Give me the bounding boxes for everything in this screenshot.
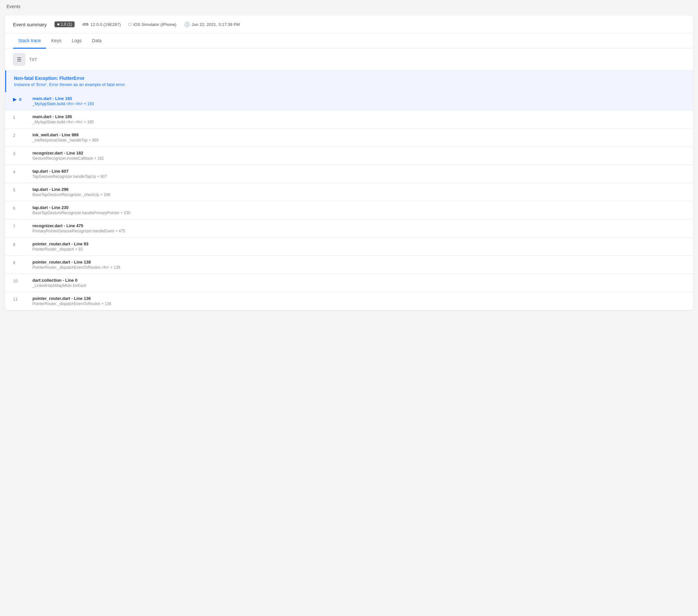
frame-content: recognizer.dart - Line 182GestureRecogni… [32, 151, 685, 161]
ios-label: iOS [82, 23, 88, 26]
frame-file: dart:collection - Line 0 [32, 278, 685, 283]
frame-number: 1 [13, 114, 32, 120]
stack-frame-row[interactable]: 5tap.dart - Line 296BaseTapGestureRecogn… [5, 183, 693, 201]
exception-description: Instance of 'Error'. Error thrown as an … [14, 82, 685, 87]
frame-file: recognizer.dart - Line 475 [32, 223, 685, 228]
device-icon: □ [128, 22, 131, 27]
frame-method: BaseTapGestureRecognizer._checkUp + 296 [32, 192, 685, 197]
frame-content: pointer_router.dart - Line 93PointerRout… [32, 242, 685, 251]
frame-file: tap.dart - Line 230 [32, 205, 685, 210]
frame-number: 3 [13, 151, 32, 156]
version-badge: ■ 1.0 (1) [55, 22, 74, 27]
stack-toolbar: ☰ TXT [5, 49, 693, 70]
frame-content: pointer_router.dart - Line 138PointerRou… [32, 260, 685, 270]
tab-logs[interactable]: Logs [67, 33, 87, 49]
frame-content: dart:collection - Line 0_LinkedHashMapMi… [32, 278, 685, 288]
stack-frame-row[interactable]: 2ink_well.dart - Line 989_InkResponseSta… [5, 128, 693, 147]
device-text: iOS Simulator (iPhone) [133, 22, 177, 27]
frame-number: 4 [13, 169, 32, 174]
frame-method: GestureRecognizer.invokeCallback + 182 [32, 156, 685, 161]
tab-data[interactable]: Data [87, 33, 107, 49]
frame-content: main.dart - Line 193_MyAppState.build.<f… [32, 96, 685, 106]
stack-frame-row[interactable]: 4tap.dart - Line 607TapGestureRecognizer… [5, 165, 693, 183]
stack-frame-row[interactable]: 1main.dart - Line 185_MyAppState.build.<… [5, 110, 693, 128]
frame-number: ▶0 [13, 96, 32, 102]
frame-number: 7 [13, 223, 32, 229]
frame-file: pointer_router.dart - Line 136 [32, 296, 685, 301]
tabs-bar: Stack trace Keys Logs Data [5, 33, 693, 49]
exception-banner: Non-fatal Exception: FlutterError Instan… [5, 70, 693, 92]
ios-version: 12.0.0 (19E287) [90, 22, 121, 27]
frame-content: tap.dart - Line 230BaseTapGestureRecogni… [32, 205, 685, 215]
list-view-button[interactable]: ☰ [13, 53, 25, 66]
stack-frame-row[interactable]: 3recognizer.dart - Line 182GestureRecogn… [5, 147, 693, 165]
frame-content: ink_well.dart - Line 989_InkResponseStat… [32, 133, 685, 142]
frame-method: _LinkedHashMapMixin.forEach [32, 283, 685, 288]
timestamp-meta: 🕐 Jun 22, 2021, 3:17:39 PM [184, 22, 240, 27]
frame-number: 8 [13, 242, 32, 247]
tab-keys[interactable]: Keys [46, 33, 67, 49]
frame-method: PointerRouter._dispatchEventToRoutes + 1… [32, 302, 685, 306]
frame-content: tap.dart - Line 296BaseTapGestureRecogni… [32, 187, 685, 197]
stack-frame-row[interactable]: 8pointer_router.dart - Line 93PointerRou… [5, 237, 693, 256]
frame-number: 5 [13, 187, 32, 192]
frame-content: tap.dart - Line 607TapGestureRecognizer.… [32, 169, 685, 179]
frame-file: ink_well.dart - Line 989 [32, 133, 685, 137]
frame-number: 6 [13, 205, 32, 211]
frame-file: main.dart - Line 193 [32, 96, 685, 101]
stack-frame-row[interactable]: 10dart:collection - Line 0_LinkedHashMap… [5, 274, 693, 292]
stack-frames-list: ▶0main.dart - Line 193_MyAppState.build.… [5, 92, 693, 310]
page-title: Events [0, 0, 698, 13]
ios-meta: iOS 12.0.0 (19E287) [82, 22, 121, 27]
stack-frame-row[interactable]: 6tap.dart - Line 230BaseTapGestureRecogn… [5, 201, 693, 219]
event-summary-label: Event summary [13, 22, 47, 27]
frame-content: recognizer.dart - Line 475PrimaryPointer… [32, 223, 685, 233]
frame-file: pointer_router.dart - Line 138 [32, 260, 685, 264]
frame-file: main.dart - Line 185 [32, 114, 685, 119]
timestamp-text: Jun 22, 2021, 3:17:39 PM [192, 22, 240, 27]
frame-method: PrimaryPointerGestureRecognizer.handleEv… [32, 229, 685, 233]
frame-method: BaseTapGestureRecognizer.handlePrimaryPo… [32, 211, 685, 215]
event-summary-bar: Event summary ■ 1.0 (1) iOS 12.0.0 (19E2… [5, 16, 693, 33]
exception-title: Non-fatal Exception: FlutterError [14, 76, 685, 81]
txt-button[interactable]: TXT [29, 57, 37, 62]
version-icon: ■ [57, 22, 59, 27]
stack-frame-row[interactable]: ▶0main.dart - Line 193_MyAppState.build.… [5, 92, 693, 110]
frame-number: 11 [13, 296, 32, 302]
frame-number: 9 [13, 260, 32, 265]
device-meta: □ iOS Simulator (iPhone) [128, 22, 176, 27]
frame-file: tap.dart - Line 607 [32, 169, 685, 174]
frame-method: PointerRouter._dispatch + 93 [32, 247, 685, 251]
frame-method: _InkResponseState._handleTap + 989 [32, 138, 685, 142]
frame-file: recognizer.dart - Line 182 [32, 151, 685, 155]
events-card: Event summary ■ 1.0 (1) iOS 12.0.0 (19E2… [5, 16, 693, 310]
tab-stack-trace[interactable]: Stack trace [13, 33, 46, 49]
frame-method: TapGestureRecognizer.handleTapUp + 607 [32, 174, 685, 179]
frame-method: _MyAppState.build.<fn>.<fn> + 193 [32, 101, 685, 106]
frame-method: PointerRouter._dispatchEventToRoutes.<fn… [32, 265, 685, 270]
frame-content: pointer_router.dart - Line 136PointerRou… [32, 296, 685, 306]
stack-frame-row[interactable]: 7recognizer.dart - Line 475PrimaryPointe… [5, 219, 693, 237]
frame-content: main.dart - Line 185_MyAppState.build.<f… [32, 114, 685, 124]
clock-icon: 🕐 [184, 22, 190, 27]
frame-method: _MyAppState.build.<fn>.<fn> + 185 [32, 120, 685, 124]
stack-frame-row[interactable]: 9pointer_router.dart - Line 138PointerRo… [5, 256, 693, 274]
frame-number: 2 [13, 133, 32, 138]
list-icon: ☰ [17, 56, 22, 63]
frame-file: tap.dart - Line 296 [32, 187, 685, 192]
frame-number: 10 [13, 278, 32, 283]
frame-file: pointer_router.dart - Line 93 [32, 242, 685, 246]
stack-frame-row[interactable]: 11pointer_router.dart - Line 136PointerR… [5, 292, 693, 310]
version-text: 1.0 (1) [61, 22, 72, 27]
selected-arrow-icon: ▶ [13, 97, 16, 102]
version-meta: ■ 1.0 (1) [55, 22, 74, 27]
